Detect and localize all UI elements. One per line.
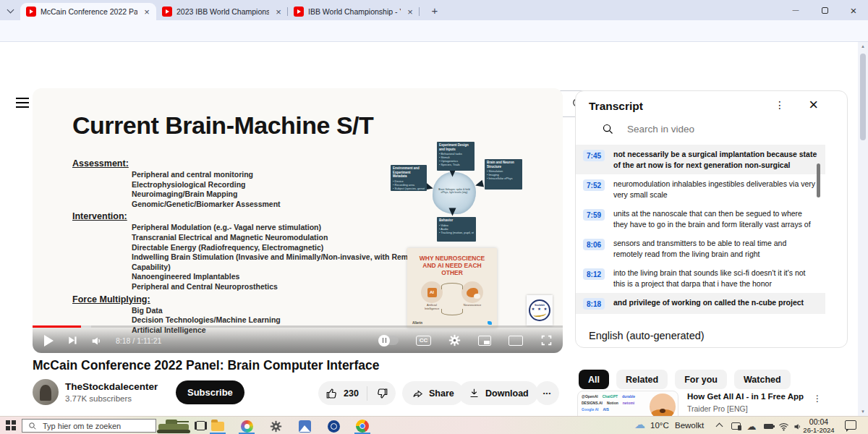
download-button[interactable]: Download [459,381,538,405]
like-button[interactable] [326,387,339,400]
transcript-timestamp[interactable]: 7:45 [583,150,605,161]
poster-ai-figure: AI Artificial Intelligence [420,281,443,310]
diagram-box-items: • Stimulation• Imaging• Intracellular eP… [487,169,520,180]
action-center-button[interactable] [845,420,856,430]
transcript-search[interactable]: Search in video [602,123,694,135]
diagram-box-items: • Behavioral tasks• Stimuli• Optogenetic… [439,152,472,166]
transcript-text: units at the nanoscale that can then be … [613,208,817,229]
weather-cloud-icon[interactable] [634,418,645,431]
slide-item: Electrophysiological Recording [132,180,420,190]
scroll-down-arrow[interactable] [858,407,868,416]
taskbar-search-box[interactable]: Typ hier om te zoeken [22,419,156,433]
dislike-button[interactable] [375,387,388,400]
suggested-video-menu-button[interactable] [813,394,822,403]
time-display: 8:18 / 1:11:21 [116,336,161,345]
play-button[interactable] [44,335,54,346]
slide-item: Peripheral Modulation (e.g.- Vagal nerve… [132,223,420,233]
window-minimize-button[interactable] [781,0,810,20]
window-close-button[interactable] [839,0,868,20]
theater-mode-button[interactable] [509,336,523,346]
transcript-scrollbar-thumb[interactable] [817,163,820,197]
filter-chip[interactable]: Related [616,370,668,389]
transcript-close-button[interactable] [809,97,818,114]
transcript-timestamp[interactable]: 7:59 [583,209,605,221]
clock-time: 00:04 [798,417,840,426]
tab-close-icon[interactable] [273,7,284,17]
weather-temp[interactable]: 10°C [650,421,669,430]
miniplayer-button[interactable] [478,336,491,346]
next-button[interactable] [66,334,78,346]
browser-tab[interactable]: IBB World Championship - YouT [288,3,420,20]
tab-search-button[interactable] [4,4,17,17]
diagram-box: Brain and Neuron Structure • Stimulation… [485,159,522,190]
subscribe-button[interactable]: Subscribe [176,380,244,404]
new-tab-button[interactable] [427,2,443,18]
scrollbar-thumb[interactable] [860,54,866,140]
video-player[interactable]: Current Brain-Machine S/T Assessment: Pe… [33,88,563,353]
share-button[interactable]: Share [402,381,464,405]
transcript-segment[interactable]: 8:06 sensors and transmitters to be able… [576,234,825,263]
slide-section-heading: Assessment: [72,158,420,169]
your-phone-tray-icon[interactable] [729,420,742,432]
transcript-segment[interactable]: 7:52 neuromodulation inhalables ingestib… [576,174,825,204]
filter-chip[interactable]: All [579,370,609,389]
slide-item: Directable Energy (Radiofrequency, Elect… [132,243,420,253]
window-maximize-button[interactable] [810,0,839,20]
task-view-button[interactable] [196,421,205,430]
tab-close-icon[interactable] [142,7,152,17]
file-explorer-button[interactable] [210,419,225,433]
transcript-text: sensors and transmitters to be able to r… [613,238,817,259]
channel-name[interactable]: TheStockdalecenter [65,381,158,392]
transcript-timestamp[interactable]: 8:12 [583,268,605,280]
transcript-segment[interactable]: 7:45 not necessarily be a surgical impla… [576,145,825,174]
scroll-up-arrow[interactable] [858,42,868,51]
transcript-segment[interactable]: 7:59 units at the nanoscale that can the… [576,204,825,234]
onedrive-tray-icon[interactable] [745,420,758,432]
suggested-video-title[interactable]: How Get All AI - in 1 Free App [687,391,812,401]
transcript-segment[interactable]: 8:12 into the living brain that sounds l… [576,263,825,293]
filter-chip[interactable]: For you [675,370,727,389]
chrome-button[interactable] [355,419,370,433]
weather-condition[interactable]: Bewolkt [675,421,704,430]
more-actions-button[interactable] [535,381,559,405]
transcript-text: and privilege of working on called the n… [613,297,817,308]
fullscreen-button[interactable] [540,334,553,346]
thumbnail-logo: ChatGPT [603,394,618,399]
transcript-timestamp[interactable]: 8:06 [583,239,605,250]
hamburger-menu-button[interactable] [16,98,29,108]
windows-taskbar: Typ hier om te zoeken 10°C Bewolkt 00: [0,416,868,434]
channel-avatar[interactable] [33,379,59,405]
transcript-menu-button[interactable] [775,100,785,110]
captions-button[interactable]: CC [416,336,431,346]
chevron-down-icon [7,6,14,13]
browser-tab[interactable]: 2023 IBB World Championship | [156,3,288,20]
taskbar-clock[interactable]: 00:04 26-1-2024 [798,417,840,434]
photos-button[interactable] [297,419,312,433]
stockdale-badge: Stockdale [527,295,553,326]
poster-watermark: Allerin [412,321,422,325]
arrow-icon [475,180,484,190]
transcript-text: into the living brain that sounds like s… [613,268,817,289]
transcript-language[interactable]: English (auto-generated) [589,330,705,341]
chrome-icon [356,420,369,433]
wifi-tray-icon[interactable] [777,420,790,432]
browser-tab[interactable]: McCain Conference 2022 Panel: [20,3,156,20]
battery-tray-icon[interactable] [762,420,775,432]
transcript-timestamp[interactable]: 8:18 [583,298,605,310]
movies-app-button[interactable] [326,419,341,433]
settings-button[interactable] [448,334,461,346]
volume-button[interactable] [90,334,103,347]
start-button[interactable] [6,420,16,430]
transcript-segment[interactable]: 8:18 and privilege of working on called … [576,293,825,314]
autoplay-toggle[interactable] [378,336,399,345]
filter-chip[interactable]: Watched [734,370,791,389]
gear-icon [270,420,282,433]
tray-chevron-icon[interactable] [716,423,723,430]
transcript-timestamp[interactable]: 7:52 [583,179,605,191]
tab-close-icon[interactable] [405,7,415,17]
paint-button[interactable] [239,419,254,433]
settings-button-taskbar[interactable] [268,419,283,433]
page-scrollbar[interactable] [858,42,868,416]
window-controls [781,0,868,20]
transcript-text: not necessarily be a surgical implantati… [613,149,817,170]
